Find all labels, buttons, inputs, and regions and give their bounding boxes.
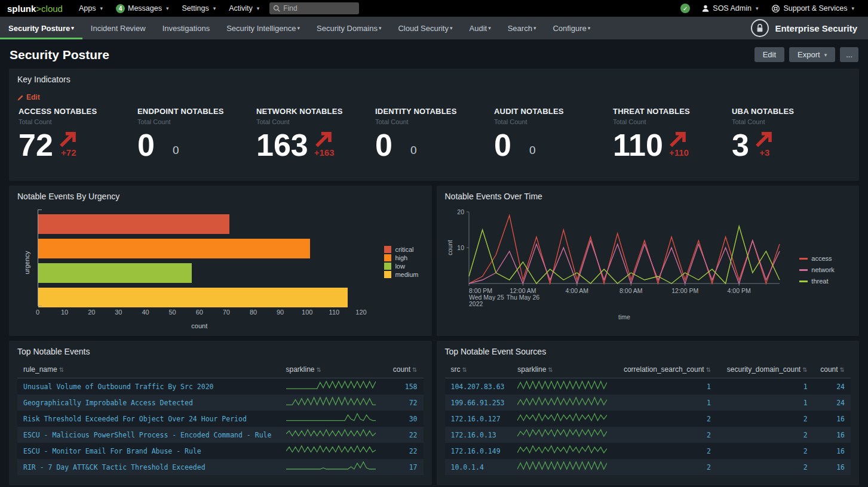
rule-name-cell[interactable]: ESCU - Monitor Email For Brand Abuse - R…	[17, 443, 280, 459]
count-cell[interactable]: 24	[814, 394, 851, 411]
x-tick-label: 70	[223, 309, 230, 316]
tab-audit[interactable]: Audit▾	[461, 17, 499, 39]
column-header-src[interactable]: src⇅	[445, 361, 512, 378]
rule-name-cell[interactable]: Risk Threshold Exceeded For Object Over …	[17, 411, 280, 427]
count-cell[interactable]: 16	[814, 427, 851, 443]
tab-label: Cloud Security	[398, 24, 449, 33]
column-label: correlation_search_count	[624, 365, 704, 374]
count-cell[interactable]: 72	[382, 394, 424, 411]
src-cell[interactable]: 172.16.0.127	[445, 411, 512, 427]
kpi-value-row: 163+163	[256, 130, 370, 161]
sparkline-cell	[511, 427, 613, 443]
column-header-sparkline[interactable]: sparkline⇅	[280, 361, 382, 378]
count-cell[interactable]: 16	[814, 411, 851, 427]
src-cell[interactable]: 104.207.83.63	[445, 378, 512, 395]
security-domain-count-cell[interactable]: 1	[717, 378, 814, 395]
column-header-correlation-search-count[interactable]: correlation_search_count⇅	[613, 361, 717, 378]
menu-activity[interactable]: Activity▾	[222, 0, 266, 17]
kpi-subtitle: Total Count	[19, 118, 133, 125]
rule-name-cell[interactable]: Unusual Volume of Outbound Traffic By Sr…	[17, 378, 280, 395]
count-cell[interactable]: 17	[382, 459, 424, 475]
legend-item-network[interactable]: network	[799, 265, 855, 275]
column-header-sparkline[interactable]: sparkline⇅	[511, 361, 613, 378]
tab-search[interactable]: Search▾	[499, 17, 545, 39]
rule-name-cell[interactable]: Geographically Improbable Access Detecte…	[17, 394, 280, 411]
tab-security-domains[interactable]: Security Domains▾	[308, 17, 389, 39]
security-domain-count-cell[interactable]: 2	[717, 427, 814, 443]
edit-button[interactable]: Edit	[754, 47, 784, 62]
find-search-box[interactable]	[269, 2, 359, 14]
kpi-card-uba-notables[interactable]: UBA NOTABLESTotal Count3+3	[732, 107, 851, 161]
count-cell[interactable]: 158	[382, 378, 424, 395]
legend-item-access[interactable]: access	[799, 254, 855, 263]
tab-investigations[interactable]: Investigations	[154, 17, 219, 39]
count-cell[interactable]: 22	[382, 443, 424, 459]
correlation-search-count-cell[interactable]: 1	[613, 394, 717, 411]
src-cell[interactable]: 172.16.0.13	[445, 427, 512, 443]
rule-name-cell[interactable]: ESCU - Malicious PowerShell Process - En…	[17, 427, 280, 443]
src-cell[interactable]: 199.66.91.253	[445, 394, 512, 411]
correlation-search-count-cell[interactable]: 1	[613, 378, 717, 395]
kpi-card-audit-notables[interactable]: AUDIT NOTABLESTotal Count00	[494, 107, 613, 161]
health-status-icon[interactable]: ✓	[680, 4, 690, 13]
legend-item-low[interactable]: low	[384, 262, 418, 270]
correlation-search-count-cell[interactable]: 2	[613, 443, 717, 459]
tab-incident-review[interactable]: Incident Review	[82, 17, 154, 39]
menu-messages[interactable]: 4Messages▾	[109, 0, 176, 17]
security-domain-count-cell[interactable]: 2	[717, 411, 814, 427]
correlation-search-count-cell[interactable]: 2	[613, 459, 717, 475]
column-header-rule-name[interactable]: rule_name⇅	[17, 361, 280, 378]
kpi-card-access-notables[interactable]: ACCESS NOTABLESTotal Count72+72	[19, 107, 137, 161]
count-cell[interactable]: 16	[814, 459, 851, 475]
legend-item-critical[interactable]: critical	[384, 245, 418, 254]
security-domain-count-cell[interactable]: 2	[717, 459, 814, 475]
tab-security-intelligence[interactable]: Security Intelligence▾	[218, 17, 308, 39]
menu-settings[interactable]: Settings▾	[176, 0, 223, 17]
tab-security-posture[interactable]: Security Posture▾	[0, 17, 82, 39]
svg-text:4:00 PM: 4:00 PM	[727, 287, 750, 294]
src-cell[interactable]: 172.16.0.149	[445, 443, 512, 459]
legend-item-medium[interactable]: medium	[384, 270, 418, 279]
splunk-logo[interactable]: splunk>cloud	[7, 4, 63, 14]
count-cell[interactable]: 22	[382, 427, 424, 443]
bar-critical[interactable]	[38, 214, 229, 234]
column-header-count[interactable]: count⇅	[382, 361, 424, 378]
count-cell[interactable]: 24	[814, 378, 851, 395]
kpi-card-threat-notables[interactable]: THREAT NOTABLESTotal Count110+110	[613, 107, 732, 161]
support-menu[interactable]: Support & Services ▾	[765, 0, 861, 17]
tab-configure[interactable]: Configure▾	[544, 17, 599, 39]
app-badge[interactable]: Enterprise Security	[751, 17, 868, 39]
legend-label: network	[811, 265, 835, 275]
bar-medium[interactable]	[38, 288, 348, 307]
column-header-security-domain-count[interactable]: security_domain_count⇅	[717, 361, 814, 378]
kpi-card-network-notables[interactable]: NETWORK NOTABLESTotal Count163+163	[256, 107, 375, 161]
more-button[interactable]: ...	[840, 47, 858, 62]
edit-indicators-link[interactable]: Edit	[17, 93, 40, 101]
find-input[interactable]	[283, 4, 355, 13]
column-header-count[interactable]: count⇅	[814, 361, 851, 378]
rule-name-cell[interactable]: RIR - 7 Day ATT&CK Tactic Threshold Exce…	[17, 459, 280, 475]
correlation-search-count-cell[interactable]: 2	[613, 427, 717, 443]
security-domain-count-cell[interactable]: 2	[717, 443, 814, 459]
count-cell[interactable]: 30	[382, 411, 424, 427]
kpi-card-identity-notables[interactable]: IDENTITY NOTABLESTotal Count00	[375, 107, 494, 161]
sparkline-cell	[511, 459, 613, 475]
legend-item-high[interactable]: high	[384, 254, 418, 262]
x-tick-label: 60	[196, 309, 203, 316]
legend-swatch-icon	[384, 271, 391, 278]
pencil-icon	[17, 94, 24, 101]
kpi-card-endpoint-notables[interactable]: ENDPOINT NOTABLESTotal Count00	[137, 107, 256, 161]
user-menu[interactable]: SOS Admin ▾	[695, 0, 765, 17]
tab-cloud-security[interactable]: Cloud Security▾	[389, 17, 461, 39]
bar-low[interactable]	[38, 263, 192, 283]
legend-item-threat[interactable]: threat	[799, 276, 855, 286]
table-row: RIR - 7 Day ATT&CK Tactic Threshold Exce…	[17, 459, 424, 475]
count-cell[interactable]: 16	[814, 443, 851, 459]
security-domain-count-cell[interactable]: 1	[717, 394, 814, 411]
src-cell[interactable]: 10.0.1.4	[445, 459, 512, 475]
svg-text:8:00 AM: 8:00 AM	[619, 287, 643, 294]
menu-apps[interactable]: Apps▾	[72, 0, 109, 17]
bar-high[interactable]	[38, 239, 310, 258]
correlation-search-count-cell[interactable]: 2	[613, 411, 717, 427]
export-button[interactable]: Export▾	[789, 47, 835, 62]
